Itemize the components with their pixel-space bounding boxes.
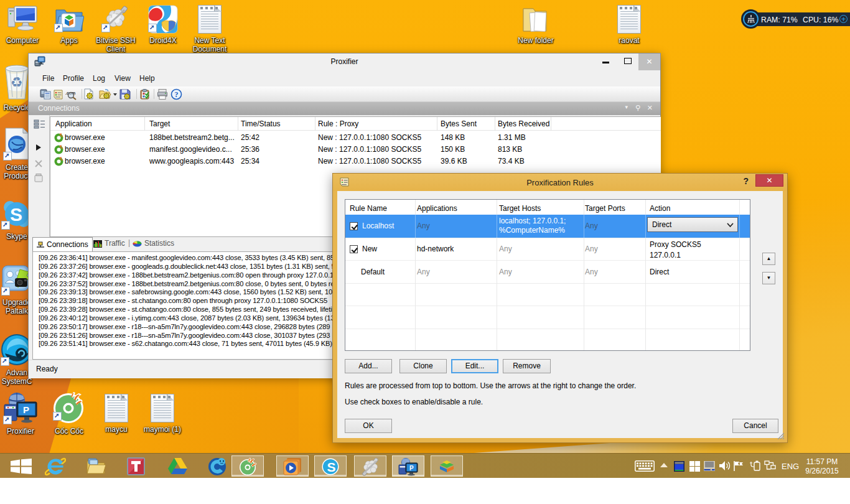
svg-text:P: P	[23, 404, 29, 415]
svg-text:♻: ♻	[11, 75, 23, 90]
svg-text:?: ?	[175, 90, 179, 99]
svg-text:S: S	[10, 204, 22, 225]
